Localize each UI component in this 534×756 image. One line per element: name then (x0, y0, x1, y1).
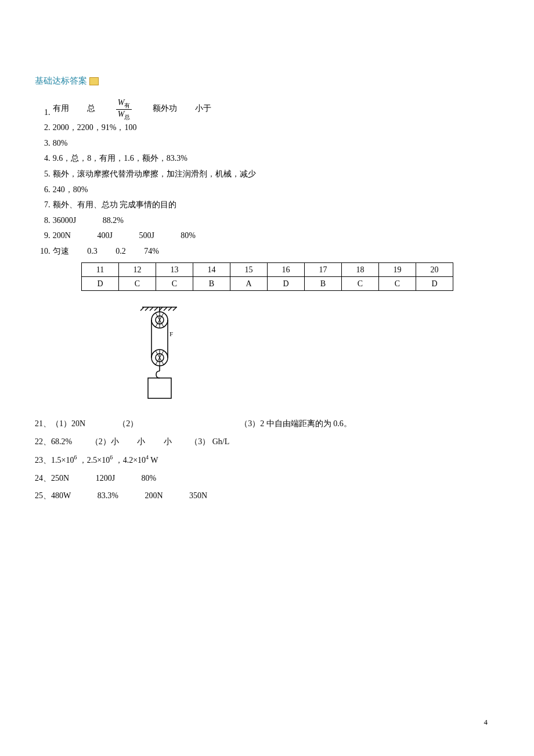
answer-22: 22、 68.2% （2）小 小 小 （3） Gh/L (35, 433, 499, 451)
td: A (230, 277, 268, 291)
section-title: 基础达标答案 (35, 75, 87, 87)
svg-text:F: F (169, 330, 173, 337)
th: 20 (416, 263, 453, 277)
td: D (82, 277, 119, 291)
answer-text: 68.2% （2）小 小 小 （3） Gh/L (51, 433, 229, 451)
th: 15 (230, 263, 268, 277)
td: B (305, 277, 342, 291)
collapse-icon (89, 77, 99, 85)
answer-text: 9.6，总，8，有用，1.6，额外，83.3% (53, 151, 187, 167)
td: C (156, 277, 193, 291)
td: B (193, 277, 230, 291)
answer-number: 10. (35, 244, 53, 260)
svg-line-4 (154, 307, 158, 311)
answer-number: 7. (35, 197, 53, 213)
svg-line-1 (140, 307, 144, 311)
td: C (342, 277, 379, 291)
th: 16 (268, 263, 305, 277)
answer-6: 6. 240，80% (35, 182, 499, 198)
table-row: 11 12 13 14 15 16 17 18 19 20 (82, 263, 453, 277)
page-number: 4 (484, 718, 488, 727)
answer-number: 24、 (35, 470, 51, 488)
td: D (416, 277, 453, 291)
answer-number: 6. (35, 182, 53, 198)
answer-text: 80% (53, 136, 68, 152)
answer-text: 200N 400J 500J 80% (53, 228, 196, 244)
answer-number: 21、 (35, 415, 51, 433)
answer-text: 额外，滚动摩擦代替滑动摩擦，加注润滑剂，机械，减少 (53, 167, 256, 182)
answer-number: 9. (35, 228, 53, 244)
answer-number: 2. (35, 120, 53, 136)
svg-line-6 (164, 307, 167, 311)
answer-3: 3. 80% (35, 136, 499, 152)
answer-text: 1.5×106 ，2.5×106 ，4.2×104 W (51, 451, 158, 469)
th: 12 (119, 263, 156, 277)
answer-2: 2. 2000，2200，91%，100 (35, 120, 499, 136)
pulley-diagram: F (134, 303, 499, 409)
td: C (119, 277, 156, 291)
answer-23: 23、 1.5×106 ，2.5×106 ，4.2×104 W (35, 451, 499, 469)
choice-answer-table: 11 12 13 14 15 16 17 18 19 20 D C C B A … (81, 262, 453, 291)
answer-25: 25、 480W 83.3% 200N 350N (35, 487, 499, 505)
svg-line-3 (150, 307, 153, 311)
section-title-row: 基础达标答案 (35, 75, 499, 87)
th: 18 (342, 263, 379, 277)
answer-text: （1）20N （2） （3）2 中自由端距离的为 0.6。 (51, 415, 352, 433)
answer-text: 额外、有用、总功 完成事情的目的 (53, 197, 177, 213)
answer-text: 有用 总 W有 W总 额外功 小于 (53, 98, 212, 120)
answer-text: 2000，2200，91%，100 (53, 120, 137, 136)
td: C (379, 277, 416, 291)
answer-number: 3. (35, 136, 53, 152)
answer-text: 480W 83.3% 200N 350N (51, 487, 207, 505)
answer-7: 7. 额外、有用、总功 完成事情的目的 (35, 197, 499, 213)
answer-8: 8. 36000J 88.2% (35, 213, 499, 229)
answer-number: 4. (35, 151, 53, 167)
answer-number: 25、 (35, 487, 51, 505)
answer-1: 1. 有用 总 W有 W总 额外功 小于 (35, 98, 499, 120)
answers-list: 1. 有用 总 W有 W总 额外功 小于 2. 2000，2200，91%，10… (35, 98, 499, 259)
th: 17 (305, 263, 342, 277)
answer-text: 250N 1200J 80% (51, 470, 156, 488)
answer-number: 5. (35, 167, 53, 182)
answer-10: 10. 匀速 0.3 0.2 74% (35, 244, 499, 260)
answer-4: 4. 9.6，总，8，有用，1.6，额外，83.3% (35, 151, 499, 167)
answer-number: 23、 (35, 452, 51, 470)
pulley-svg-icon: F (134, 303, 186, 407)
answer-5: 5. 额外，滚动摩擦代替滑动摩擦，加注润滑剂，机械，减少 (35, 167, 499, 182)
svg-rect-19 (148, 378, 171, 398)
fraction: W有 W总 (116, 98, 132, 120)
table-row: D C C B A D B C C D (82, 277, 453, 291)
th: 11 (82, 263, 119, 277)
answer-number: 1. (35, 105, 53, 121)
answer-24: 24、 250N 1200J 80% (35, 470, 499, 488)
answer-text: 匀速 0.3 0.2 74% (53, 244, 159, 260)
answer-number: 8. (35, 213, 53, 229)
answer-text: 36000J 88.2% (53, 213, 124, 229)
th: 13 (156, 263, 193, 277)
answer-21: 21、 （1）20N （2） （3）2 中自由端距离的为 0.6。 (35, 415, 499, 433)
answer-9: 9. 200N 400J 500J 80% (35, 228, 499, 244)
th: 19 (379, 263, 416, 277)
answers-2-list: 21、 （1）20N （2） （3）2 中自由端距离的为 0.6。 22、 68… (35, 415, 499, 505)
svg-line-7 (168, 307, 172, 311)
th: 14 (193, 263, 230, 277)
answer-text: 240，80% (53, 182, 88, 198)
td: D (268, 277, 305, 291)
svg-line-8 (173, 307, 176, 311)
answer-number: 22、 (35, 433, 51, 451)
svg-line-2 (145, 307, 149, 311)
